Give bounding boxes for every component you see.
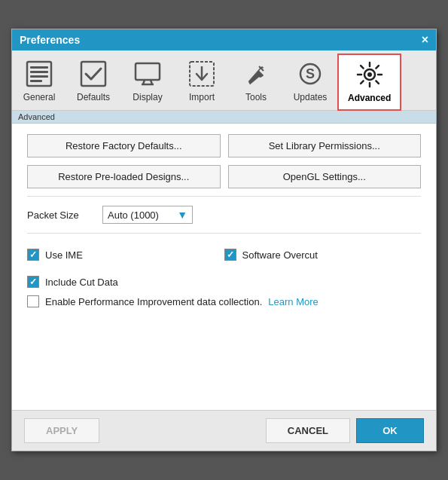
defaults-icon — [78, 59, 108, 89]
toolbar-item-defaults[interactable]: Defaults — [66, 54, 120, 111]
set-library-button[interactable]: Set Library Permissions... — [228, 134, 422, 157]
button-row-1: Restore Factory Defaults... Set Library … — [27, 134, 421, 157]
footer: APPLY CANCEL OK — [12, 410, 436, 451]
checkmark-icon: ✓ — [29, 250, 37, 259]
footer-right: CANCEL OK — [266, 418, 424, 443]
use-ime-checkbox[interactable]: ✓ — [27, 249, 39, 261]
enable-performance-label: Enable Performance Improvement data coll… — [45, 296, 262, 307]
preferences-window: Preferences × General — [11, 29, 437, 451]
toolbar-item-updates[interactable]: S Updates — [283, 54, 337, 111]
toolbar-item-advanced[interactable]: Advanced — [337, 54, 401, 111]
toolbar-item-general[interactable]: General — [12, 54, 66, 111]
display-icon — [133, 59, 163, 89]
col-left-1: ✓ Use IME — [27, 241, 224, 268]
general-icon — [24, 59, 54, 89]
checkmark-icon: ✓ — [227, 250, 234, 259]
tools-icon — [241, 59, 271, 89]
toolbar-item-display[interactable]: Display — [120, 54, 175, 111]
use-ime-row: ✓ Use IME — [27, 249, 224, 261]
svg-rect-6 — [136, 63, 160, 80]
opengl-button[interactable]: OpenGL Settings... — [228, 165, 422, 188]
import-icon — [187, 59, 217, 89]
packet-size-select[interactable]: Auto (1000) ▼ — [102, 206, 193, 224]
packet-size-label: Packet Size — [27, 209, 95, 221]
enable-performance-checkbox[interactable] — [27, 295, 39, 307]
toolbar-item-import[interactable]: Import — [175, 54, 229, 111]
content-area: Restore Factory Defaults... Set Library … — [12, 124, 436, 410]
toolbar: General Defaults Display — [12, 50, 436, 111]
svg-line-22 — [376, 81, 379, 84]
advanced-icon — [355, 60, 385, 90]
svg-line-23 — [376, 66, 379, 69]
svg-rect-1 — [30, 66, 48, 69]
packet-size-row: Packet Size Auto (1000) ▼ — [27, 206, 421, 224]
toolbar-label-tools: Tools — [245, 92, 267, 102]
title-bar: Preferences × — [12, 29, 436, 50]
col-right-1: ✓ Software Overcut — [224, 241, 422, 268]
svg-rect-2 — [30, 71, 48, 73]
window-title: Preferences — [20, 34, 80, 46]
software-overcut-checkbox[interactable]: ✓ — [224, 249, 236, 261]
checkmark-icon: ✓ — [29, 277, 37, 286]
apply-button[interactable]: APPLY — [24, 418, 99, 443]
divider-1 — [27, 196, 421, 197]
svg-rect-4 — [30, 80, 42, 82]
toolbar-label-defaults: Defaults — [77, 92, 110, 102]
cancel-button[interactable]: CANCEL — [266, 418, 350, 443]
toolbar-label-advanced: Advanced — [348, 93, 391, 103]
enable-performance-row: Enable Performance Improvement data coll… — [27, 295, 421, 307]
include-cut-data-checkbox[interactable]: ✓ — [27, 276, 39, 288]
software-overcut-row: ✓ Software Overcut — [224, 249, 422, 261]
include-cut-data-row: ✓ Include Cut Data — [27, 276, 421, 288]
close-button[interactable]: × — [422, 34, 428, 46]
svg-point-16 — [367, 72, 372, 77]
software-overcut-label: Software Overcut — [242, 249, 318, 261]
svg-line-24 — [361, 81, 364, 84]
toolbar-item-tools[interactable]: Tools — [229, 54, 283, 111]
svg-line-21 — [361, 66, 364, 69]
button-row-2: Restore Pre-loaded Designs... OpenGL Set… — [27, 165, 421, 188]
restore-preloaded-button[interactable]: Restore Pre-loaded Designs... — [27, 165, 221, 188]
include-cut-data-label: Include Cut Data — [45, 277, 118, 288]
updates-icon: S — [295, 59, 325, 89]
toolbar-label-display: Display — [133, 92, 162, 102]
svg-rect-3 — [30, 75, 48, 78]
toolbar-label-general: General — [23, 92, 56, 102]
dropdown-arrow-icon: ▼ — [177, 209, 187, 221]
use-ime-label: Use IME — [45, 249, 83, 261]
restore-factory-button[interactable]: Restore Factory Defaults... — [27, 134, 221, 157]
svg-text:S: S — [306, 66, 315, 81]
packet-size-value: Auto (1000) — [108, 209, 171, 221]
toolbar-label-updates: Updates — [294, 92, 328, 102]
toolbar-label-import: Import — [189, 92, 215, 102]
ok-button[interactable]: OK — [356, 418, 424, 443]
divider-2 — [27, 233, 421, 234]
breadcrumb: Advanced — [12, 111, 436, 124]
checkbox-row-1: ✓ Use IME ✓ Software Overcut — [27, 241, 421, 268]
svg-rect-0 — [27, 62, 51, 86]
footer-left: APPLY — [24, 418, 258, 443]
learn-more-link[interactable]: Learn More — [268, 296, 318, 307]
